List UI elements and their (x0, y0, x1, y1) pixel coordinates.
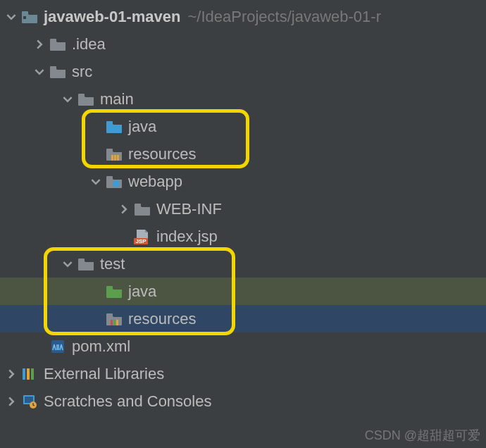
test-label: test (100, 255, 125, 273)
folder-icon (77, 91, 94, 108)
root-path: ~/IdeaProjects/javaweb-01-r (187, 8, 381, 26)
root-name: javaweb-01-maven (44, 8, 180, 26)
svg-rect-24 (31, 368, 34, 380)
chevron-down-icon (62, 259, 73, 270)
test-resources-label: resources (128, 310, 197, 328)
tree-row-index-jsp[interactable]: JSP index.jsp (0, 223, 486, 250)
svg-rect-7 (111, 155, 113, 161)
svg-text:JSP: JSP (135, 238, 147, 244)
watermark: CSDN @超甜超可爱 (365, 427, 480, 444)
tree-row-scratches[interactable]: Scratches and Consoles (0, 387, 486, 415)
svg-rect-12 (135, 204, 141, 206)
svg-rect-20 (116, 320, 118, 325)
project-folder-icon (21, 8, 38, 25)
svg-rect-8 (114, 155, 116, 161)
main-java-label: java (128, 118, 156, 136)
project-tree: javaweb-01-maven ~/IdeaProjects/javaweb-… (0, 0, 486, 415)
web-folder-icon (106, 173, 123, 190)
test-source-folder-icon (106, 283, 123, 300)
svg-rect-16 (106, 286, 113, 289)
main-resources-label: resources (128, 145, 197, 163)
svg-rect-0 (22, 11, 28, 14)
svg-rect-17 (106, 313, 113, 316)
chevron-down-icon (62, 94, 73, 105)
svg-rect-23 (27, 368, 30, 380)
chevron-right-icon (6, 368, 17, 380)
tree-row-main-resources[interactable]: resources (0, 140, 486, 168)
tree-row-main[interactable]: main (0, 85, 486, 113)
test-java-label: java (128, 282, 156, 301)
folder-icon (134, 201, 151, 218)
jsp-file-icon: JSP (134, 228, 151, 245)
tree-row-test[interactable]: test (0, 250, 486, 278)
svg-rect-2 (50, 39, 56, 42)
svg-rect-19 (113, 320, 116, 325)
tree-row-web-inf[interactable]: WEB-INF (0, 195, 486, 223)
scratches-label: Scratches and Consoles (44, 392, 211, 411)
ext-lib-label: External Libraries (44, 365, 164, 383)
tree-row-main-java[interactable]: java (0, 113, 486, 140)
svg-rect-4 (78, 94, 85, 97)
folder-icon (49, 63, 66, 80)
folder-icon (49, 36, 66, 53)
pom-label: pom.xml (72, 337, 130, 356)
chevron-down-icon (34, 66, 45, 77)
tree-row-root[interactable]: javaweb-01-maven ~/IdeaProjects/javaweb-… (0, 3, 486, 30)
tree-row-pom[interactable]: pom.xml (0, 332, 486, 360)
svg-rect-5 (106, 121, 113, 124)
idea-label: .idea (72, 35, 106, 54)
chevron-down-icon (6, 11, 17, 23)
chevron-right-icon (118, 204, 130, 215)
tree-row-idea[interactable]: .idea (0, 30, 486, 58)
svg-rect-15 (78, 259, 85, 261)
src-label: src (72, 63, 92, 81)
index-jsp-label: index.jsp (156, 228, 218, 246)
tree-row-external-libraries[interactable]: External Libraries (0, 360, 486, 387)
svg-rect-9 (117, 155, 119, 161)
svg-rect-1 (23, 16, 26, 19)
main-label: main (100, 90, 134, 108)
svg-point-11 (113, 180, 120, 187)
web-inf-label: WEB-INF (156, 200, 222, 218)
svg-rect-18 (111, 320, 113, 325)
svg-rect-10 (106, 176, 113, 179)
chevron-down-icon (90, 176, 101, 187)
test-resources-folder-icon (106, 311, 123, 328)
webapp-label: webapp (128, 173, 182, 191)
tree-row-webapp[interactable]: webapp (0, 168, 486, 195)
svg-rect-3 (50, 66, 56, 69)
maven-file-icon (49, 338, 66, 355)
svg-rect-22 (23, 368, 25, 380)
scratches-icon (21, 393, 38, 410)
resources-folder-icon (106, 146, 123, 163)
folder-icon (77, 256, 94, 273)
tree-row-src[interactable]: src (0, 58, 486, 85)
tree-row-test-resources[interactable]: resources (0, 305, 486, 332)
chevron-right-icon (6, 396, 17, 407)
chevron-right-icon (34, 39, 45, 50)
libraries-icon (21, 366, 38, 382)
tree-row-test-java[interactable]: java (0, 278, 486, 305)
source-folder-icon (106, 118, 123, 135)
svg-rect-6 (106, 149, 113, 151)
